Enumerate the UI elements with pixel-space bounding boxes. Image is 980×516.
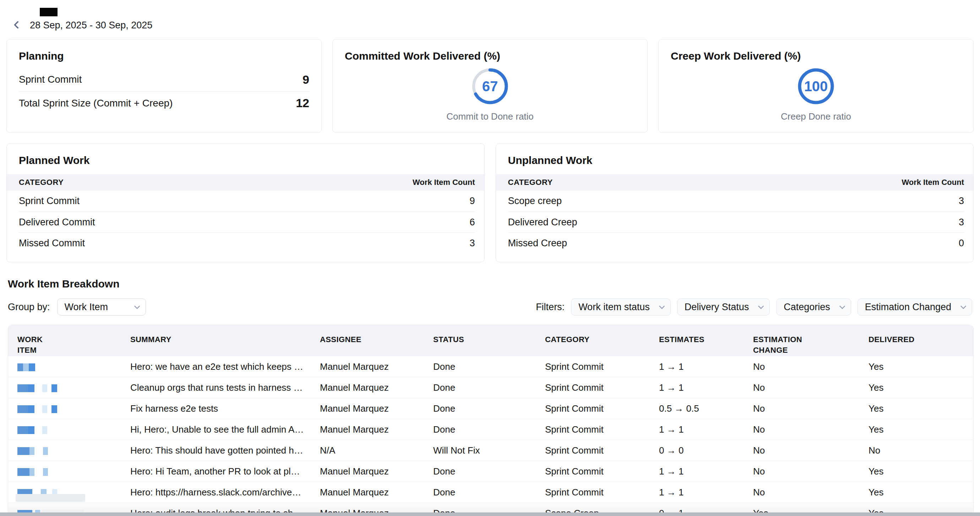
group-by-select[interactable]: Work Item bbox=[57, 298, 146, 316]
chevron-down-icon bbox=[839, 303, 845, 309]
unplanned-work-title: Unplanned Work bbox=[496, 144, 974, 174]
unplanned-work-card: Unplanned Work CATEGORY Work Item Count … bbox=[496, 143, 974, 262]
chevron-down-icon bbox=[961, 303, 967, 309]
report-header: 28 Sep, 2025 - 30 Sep, 2025 bbox=[0, 0, 980, 32]
cell-category: Sprint Commit bbox=[545, 424, 659, 435]
cell-delivered: No bbox=[869, 445, 964, 456]
cell-assignee: Manuel Marquez bbox=[320, 466, 433, 477]
redacted-work-item-id bbox=[42, 384, 47, 392]
count-cell: 3 bbox=[959, 217, 964, 228]
cell-estimation-change: No bbox=[753, 361, 869, 372]
redacted-work-item-id bbox=[23, 364, 29, 371]
cell-category: Sprint Commit bbox=[545, 403, 659, 414]
table-row: Delivered Creep 3 bbox=[508, 211, 964, 232]
redacted-work-item-id bbox=[29, 364, 35, 371]
count-cell: 9 bbox=[469, 195, 475, 206]
cell-assignee: Manuel Marquez bbox=[320, 361, 433, 372]
table-row: Hi, Hero:, Unable to see the full admin … bbox=[8, 419, 973, 440]
category-cell: Delivered Commit bbox=[19, 217, 95, 228]
cell-status: Will Not Fix bbox=[433, 445, 545, 456]
filter-label: Work item status bbox=[578, 302, 650, 313]
cell-status: Done bbox=[433, 424, 545, 435]
table-row: Delivered Commit 6 bbox=[19, 211, 475, 232]
column-category: CATEGORY bbox=[508, 178, 553, 187]
cell-estimates: 0.5 → 0.5 bbox=[659, 403, 753, 414]
chevron-left-icon bbox=[14, 21, 22, 29]
redacted-work-item-id bbox=[42, 426, 47, 434]
cell-work-item bbox=[18, 424, 130, 435]
cell-delivered: Yes bbox=[869, 382, 964, 393]
redacted-work-item-id bbox=[18, 405, 28, 413]
filters-label: Filters: bbox=[536, 302, 565, 313]
cell-assignee: Manuel Marquez bbox=[320, 424, 433, 435]
metric-row-total-sprint-size: Total Sprint Size (Commit + Creep) 12 bbox=[19, 91, 309, 114]
column-assignee: ASSIGNEE bbox=[320, 334, 433, 345]
count-cell: 6 bbox=[469, 217, 475, 228]
count-cell: 3 bbox=[959, 195, 964, 206]
cell-summary: Hero: we have an e2e test which keeps fa… bbox=[130, 361, 320, 372]
redacted-work-item-id bbox=[18, 426, 28, 434]
cell-work-item bbox=[18, 361, 130, 372]
group-by-value: Work Item bbox=[65, 302, 108, 313]
table-row: Hero: Hi Team, another PR to look at ple… bbox=[8, 461, 973, 482]
column-estimates: ESTIMATES bbox=[659, 334, 753, 345]
committed-card-title: Committed Work Delivered (%) bbox=[345, 50, 635, 62]
redacted-work-item-id bbox=[28, 384, 35, 392]
redacted-work-item-id bbox=[51, 405, 57, 413]
cell-estimation-change: No bbox=[753, 466, 869, 477]
breakdown-title: Work Item Breakdown bbox=[8, 278, 980, 290]
unplanned-work-body: Scope creep 3 Delivered Creep 3 Missed C… bbox=[496, 191, 974, 253]
redacted-work-item-id bbox=[28, 405, 35, 413]
cell-status: Done bbox=[433, 403, 545, 414]
cell-category: Sprint Commit bbox=[545, 382, 659, 393]
cell-status: Done bbox=[433, 382, 545, 393]
cell-summary: Hero: This should have gotten pointed he… bbox=[130, 445, 320, 456]
planned-work-card: Planned Work CATEGORY Work Item Count Sp… bbox=[6, 143, 485, 262]
filter-label: Categories bbox=[784, 302, 830, 313]
cell-estimation-change: No bbox=[753, 487, 869, 498]
planned-work-body: Sprint Commit 9 Delivered Commit 6 Misse… bbox=[7, 191, 484, 253]
filter-work-item-status[interactable]: Work item status bbox=[571, 298, 671, 316]
cell-summary: Hero: Hi Team, another PR to look at ple… bbox=[130, 466, 320, 477]
redacted-work-item-id bbox=[18, 468, 29, 476]
redacted-report-title bbox=[40, 8, 57, 16]
cell-assignee: Manuel Marquez bbox=[320, 487, 433, 498]
cell-assignee: N/A bbox=[320, 445, 433, 456]
cell-estimates: 1 → 1 bbox=[659, 466, 753, 477]
filter-delivery-status[interactable]: Delivery Status bbox=[677, 298, 770, 316]
metric-row-sprint-commit: Sprint Commit 9 bbox=[19, 68, 309, 91]
column-category: CATEGORY bbox=[545, 334, 659, 345]
table-row: Hero: https://harness.slack.com/archives… bbox=[8, 482, 973, 503]
cell-status: Done bbox=[433, 361, 545, 372]
cell-estimation-change: No bbox=[753, 403, 869, 414]
back-button[interactable] bbox=[11, 18, 25, 32]
chevron-down-icon bbox=[758, 303, 764, 309]
filter-label: Estimation Changed bbox=[865, 302, 951, 313]
creep-donut: 100 bbox=[797, 67, 835, 105]
redacted-work-item-id bbox=[18, 447, 29, 455]
cell-work-item bbox=[18, 403, 130, 414]
cell-summary: Hi, Hero:, Unable to see the full admin … bbox=[130, 424, 320, 435]
filter-estimation-changed[interactable]: Estimation Changed bbox=[858, 298, 972, 316]
cell-delivered: Yes bbox=[869, 403, 964, 414]
cell-estimates: 1 → 1 bbox=[659, 361, 753, 372]
chevron-down-icon bbox=[134, 303, 140, 309]
work-tables-row: Planned Work CATEGORY Work Item Count Sp… bbox=[6, 143, 974, 262]
filter-label: Delivery Status bbox=[684, 302, 749, 313]
breakdown-table-body: Hero: we have an e2e test which keeps fa… bbox=[8, 356, 973, 516]
filters-control: Filters: Work item status Delivery Statu… bbox=[536, 298, 972, 316]
cell-summary: Fix harness e2e tests bbox=[130, 403, 320, 414]
table-row: Hero: we have an e2e test which keeps fa… bbox=[8, 356, 973, 377]
redacted-work-item-id bbox=[18, 364, 23, 371]
table-row: Cleanup orgs that runs tests in harness … bbox=[8, 377, 973, 398]
cell-delivered: Yes bbox=[869, 466, 964, 477]
cell-category: Sprint Commit bbox=[545, 361, 659, 372]
redacted-work-item-id bbox=[29, 447, 35, 455]
column-summary: SUMMARY bbox=[130, 334, 320, 345]
metric-cards-row: Planning Sprint Commit 9 Total Sprint Si… bbox=[6, 39, 974, 133]
count-cell: 3 bbox=[469, 238, 475, 249]
table-row: Missed Creep 0 bbox=[508, 232, 964, 253]
filter-categories[interactable]: Categories bbox=[776, 298, 851, 316]
creep-donut-wrap: 100 Creep Done ratio bbox=[671, 67, 961, 122]
breakdown-controls: Group by: Work Item Filters: Work item s… bbox=[8, 298, 972, 316]
